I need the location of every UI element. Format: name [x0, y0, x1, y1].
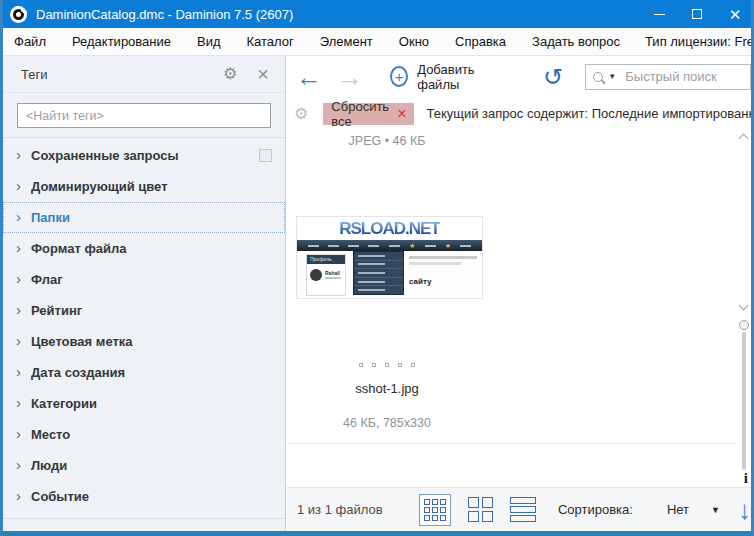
thumb-username: Rahall [325, 270, 340, 276]
menu-edit[interactable]: Редактирование [59, 34, 184, 49]
tag-group-rating[interactable]: Рейтинг [3, 295, 285, 326]
download-arrow-icon[interactable]: ↓ [738, 497, 751, 523]
tag-group-categories[interactable]: Категории [3, 388, 285, 419]
tag-group-label: Флаг [31, 272, 63, 287]
file-thumbnail[interactable]: RSLOAD.NET ★ ★ Профиль Rahall [296, 216, 483, 299]
current-query-text: Текущий запрос содержит: Последние импор… [426, 106, 754, 121]
tag-group-label: Формат файла [31, 241, 127, 256]
menu-ask-question[interactable]: Задать вопрос [519, 34, 633, 49]
sort-value-dropdown[interactable]: Нет [667, 502, 689, 517]
tag-group-dominant-color[interactable]: Доминирующий цвет [3, 171, 285, 202]
navigate-back-icon[interactable]: ← [296, 64, 322, 90]
thumb-site-body: Профиль Rahall сайту [297, 251, 482, 299]
navigate-forward-icon[interactable]: → [337, 64, 363, 90]
tag-group-color-label[interactable]: Цветовая метка [3, 326, 285, 357]
close-button[interactable]: ✕ [716, 0, 754, 28]
tag-group-creation-date[interactable]: Дата создания [3, 357, 285, 388]
tag-group-label: Категории [31, 396, 97, 411]
tags-panel-header: Теги ⚙ × [3, 56, 285, 93]
view-mode-thumbnails-button[interactable] [419, 494, 451, 526]
tag-group-place[interactable]: Место [3, 419, 285, 450]
saved-queries-checkbox[interactable] [259, 149, 272, 162]
thumb-site-title: RSLOAD.NET [339, 219, 440, 239]
menu-bar: Файл Редактирование Вид Каталог Элемент … [0, 28, 754, 56]
view-mode-list-button[interactable] [510, 497, 536, 522]
menu-file[interactable]: Файл [0, 34, 59, 49]
sort-caret-icon[interactable]: ▼ [711, 505, 720, 515]
reset-all-close-icon[interactable]: × [397, 106, 406, 122]
tag-group-label: Цветовая метка [31, 334, 133, 349]
tag-search-input[interactable] [17, 103, 271, 128]
tag-group-flag[interactable]: Флаг [3, 264, 285, 295]
tag-group-folders[interactable]: Папки [3, 202, 285, 233]
thumb-site-navbar: ★ ★ [297, 240, 482, 251]
chevron-right-icon [16, 364, 21, 379]
refresh-icon[interactable]: ↺ [543, 65, 563, 89]
filter-gear-icon[interactable]: ⚙ [294, 106, 308, 122]
maximize-icon [692, 9, 702, 19]
info-icon[interactable]: i [744, 471, 748, 486]
sidebar-footer [3, 518, 285, 531]
tag-group-saved-queries[interactable]: Сохраненные запросы [3, 140, 285, 171]
minimize-button[interactable] [640, 0, 678, 28]
scroll-down-icon[interactable] [739, 301, 749, 311]
star-icon: ★ [445, 242, 451, 249]
chevron-right-icon [16, 147, 21, 162]
plus-circle-icon: + [390, 66, 408, 87]
tag-group-file-format[interactable]: Формат файла [3, 233, 285, 264]
add-files-button[interactable]: + Добавить файлы [390, 62, 503, 92]
reset-all-label: Сбросить все [331, 99, 389, 129]
app-logo-icon [10, 6, 27, 23]
tags-settings-gear-icon[interactable]: ⚙ [223, 66, 237, 82]
main-toolbar: ← → + Добавить файлы ↺ ▼ Быстрый поиск [287, 56, 751, 97]
scroll-up-icon[interactable] [739, 134, 749, 144]
menu-item-element[interactable]: Элемент [307, 34, 386, 49]
thumb-profile-label: Профиль [307, 255, 345, 264]
view-mode-tiles-button[interactable] [468, 497, 493, 522]
quick-search-box[interactable]: ▼ Быстрый поиск [585, 64, 751, 90]
rating-dots[interactable] [287, 363, 487, 367]
tags-sidebar: Теги ⚙ × Сохраненные запросы Доминирующи… [3, 56, 286, 531]
close-icon: ✕ [729, 7, 742, 22]
search-options-caret-icon[interactable]: ▼ [608, 72, 616, 81]
tag-group-label: Дата создания [31, 365, 125, 380]
thumb-site-logo: RSLOAD.NET [297, 217, 482, 240]
menu-window[interactable]: Окно [386, 34, 442, 49]
thumbnail-zoom-slider-knob[interactable] [739, 320, 749, 330]
tag-group-label: Доминирующий цвет [31, 179, 168, 194]
maximize-button[interactable] [678, 0, 716, 28]
search-icon [593, 72, 603, 82]
thumb-heading-text: сайту [409, 277, 431, 286]
minimize-icon [654, 14, 665, 15]
chevron-right-icon [16, 395, 21, 410]
thumbnail-zoom-slider-track[interactable] [742, 332, 746, 470]
main-area: ← → + Добавить файлы ↺ ▼ Быстрый поиск ⚙… [287, 56, 751, 531]
file-count-label: 1 из 1 файлов [297, 502, 405, 517]
star-icon: ★ [409, 242, 415, 249]
reset-all-badge[interactable]: Сбросить все × [323, 103, 414, 125]
tag-group-label: Сохраненные запросы [31, 148, 179, 163]
tag-group-event[interactable]: Событие [3, 481, 285, 512]
filter-bar: ⚙ Сбросить все × Текущий запрос содержит… [287, 97, 751, 130]
file-format-label: JPEG • 46 КБ [287, 134, 487, 148]
avatar [310, 269, 322, 281]
window-title: DaminionCatalog.dmc - Daminion 7.5 (2607… [36, 7, 293, 22]
chevron-right-icon [16, 178, 21, 193]
file-name-label[interactable]: sshot-1.jpg [287, 381, 487, 396]
tag-group-label: Папки [31, 210, 70, 225]
menu-view[interactable]: Вид [184, 34, 234, 49]
chevron-right-icon [16, 209, 21, 224]
chevron-right-icon [16, 426, 21, 441]
chevron-right-icon [16, 457, 21, 472]
thumb-profile-panel: Профиль Rahall [306, 254, 346, 296]
title-bar: DaminionCatalog.dmc - Daminion 7.5 (2607… [0, 0, 754, 28]
file-info-label: 46 КБ, 785x330 [287, 416, 487, 430]
tag-list: Сохраненные запросы Доминирующий цвет Па… [3, 138, 285, 512]
tags-panel-close-icon[interactable]: × [257, 64, 269, 84]
chevron-right-icon [16, 302, 21, 317]
menu-help[interactable]: Справка [442, 34, 519, 49]
grid-row-divider [287, 443, 737, 444]
tag-group-people[interactable]: Люди [3, 450, 285, 481]
menu-catalog[interactable]: Каталог [234, 34, 307, 49]
tag-group-label: Люди [31, 458, 67, 473]
